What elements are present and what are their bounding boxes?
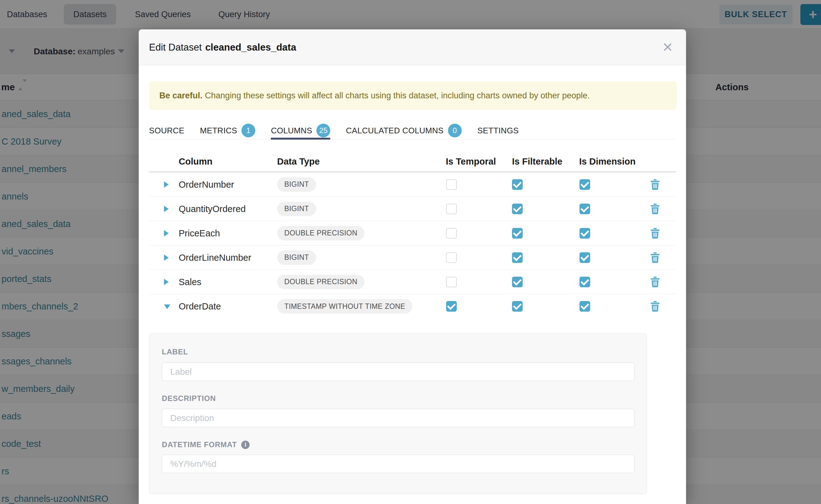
edit-dataset-modal: Edit Dataset cleaned_sales_data ✕ Be car… bbox=[139, 29, 686, 504]
is-dimension-checkbox[interactable] bbox=[580, 179, 590, 190]
column-name: PriceEach bbox=[179, 228, 220, 238]
tab-metrics[interactable]: METRICS 1 bbox=[200, 122, 255, 139]
warning-bold-text: Be careful. bbox=[159, 91, 202, 101]
warning-text: Changing these settings will affect all … bbox=[205, 91, 590, 101]
screen: Databases Datasets Saved Queries Query H… bbox=[0, 0, 821, 504]
modal-tabs: SOURCE METRICS 1 COLUMNS 25 CALCULATED C… bbox=[149, 122, 676, 140]
expand-caret-icon[interactable] bbox=[164, 181, 169, 188]
column-row: OrderNumber BIGINT bbox=[149, 172, 676, 197]
columns-header-is-dimension: Is Dimension bbox=[579, 156, 636, 167]
is-filterable-checkbox[interactable] bbox=[512, 252, 523, 263]
tab-count-badge: 0 bbox=[448, 124, 462, 137]
tab-label: METRICS bbox=[200, 126, 237, 136]
modal-title: Edit Dataset cleaned_sales_data bbox=[149, 29, 296, 65]
columns-table-body: OrderNumber BIGINT QuantityOrdered BIGIN… bbox=[149, 172, 676, 319]
tab-count-badge: 25 bbox=[316, 124, 330, 137]
columns-header-is-temporal: Is Temporal bbox=[446, 156, 496, 167]
label-heading: LABEL bbox=[162, 348, 188, 356]
tab-label: SETTINGS bbox=[477, 126, 519, 136]
tab-calculated-columns[interactable]: CALCULATED COLUMNS 0 bbox=[346, 122, 462, 139]
delete-column-icon[interactable] bbox=[650, 301, 660, 312]
tab-source[interactable]: SOURCE bbox=[149, 122, 184, 139]
expand-caret-icon[interactable] bbox=[164, 206, 169, 212]
expand-caret-icon[interactable] bbox=[164, 230, 169, 236]
data-type-pill: BIGINT bbox=[277, 202, 316, 216]
columns-header-is-filterable: Is Filterable bbox=[512, 156, 562, 167]
column-detail-panel: LABEL DESCRIPTION DATETIME FORMAT i bbox=[149, 333, 647, 494]
tab-label: COLUMNS bbox=[271, 126, 312, 136]
column-name: OrderNumber bbox=[179, 179, 234, 190]
datetime-format-input[interactable] bbox=[162, 455, 635, 473]
column-name: QuantityOrdered bbox=[179, 204, 245, 214]
delete-column-icon[interactable] bbox=[650, 228, 660, 239]
description-heading: DESCRIPTION bbox=[162, 394, 216, 403]
is-dimension-checkbox[interactable] bbox=[580, 204, 590, 214]
is-temporal-checkbox[interactable] bbox=[446, 228, 457, 239]
column-name: Sales bbox=[179, 277, 201, 287]
column-row: OrderDate TIMESTAMP WITHOUT TIME ZONE bbox=[149, 294, 676, 319]
tab-label: CALCULATED COLUMNS bbox=[346, 126, 444, 136]
data-type-pill: DOUBLE PRECISION bbox=[277, 226, 364, 240]
is-temporal-checkbox[interactable] bbox=[446, 277, 457, 287]
columns-header-data-type: Data Type bbox=[277, 156, 319, 167]
tab-label: SOURCE bbox=[149, 126, 184, 136]
modal-header: Edit Dataset cleaned_sales_data ✕ bbox=[139, 29, 686, 65]
column-row: QuantityOrdered BIGINT bbox=[149, 197, 676, 221]
expand-caret-icon[interactable] bbox=[164, 279, 169, 285]
is-dimension-checkbox[interactable] bbox=[580, 252, 590, 263]
expand-caret-icon[interactable] bbox=[164, 304, 170, 309]
data-type-pill: DOUBLE PRECISION bbox=[277, 275, 364, 289]
info-icon[interactable]: i bbox=[241, 441, 250, 449]
column-row: OrderLineNumber BIGINT bbox=[149, 245, 676, 270]
is-temporal-checkbox[interactable] bbox=[446, 301, 457, 312]
delete-column-icon[interactable] bbox=[650, 179, 660, 190]
is-filterable-checkbox[interactable] bbox=[512, 301, 523, 312]
delete-column-icon[interactable] bbox=[650, 204, 660, 214]
column-row: Sales DOUBLE PRECISION bbox=[149, 270, 676, 294]
close-icon[interactable]: ✕ bbox=[657, 29, 679, 65]
is-filterable-checkbox[interactable] bbox=[512, 179, 523, 190]
columns-header-column: Column bbox=[179, 156, 212, 167]
tab-count-badge: 1 bbox=[241, 124, 255, 137]
is-dimension-checkbox[interactable] bbox=[580, 228, 590, 239]
data-type-pill: BIGINT bbox=[277, 177, 316, 192]
label-input[interactable] bbox=[162, 363, 635, 381]
is-temporal-checkbox[interactable] bbox=[446, 179, 457, 190]
column-name: OrderDate bbox=[179, 301, 221, 312]
is-filterable-checkbox[interactable] bbox=[512, 277, 523, 287]
data-type-pill: TIMESTAMP WITHOUT TIME ZONE bbox=[277, 299, 413, 314]
tab-settings[interactable]: SETTINGS bbox=[477, 122, 519, 139]
warning-banner: Be careful. Changing these settings will… bbox=[149, 82, 676, 110]
is-temporal-checkbox[interactable] bbox=[446, 204, 457, 214]
is-temporal-checkbox[interactable] bbox=[446, 252, 457, 263]
modal-title-dataset-name: cleaned_sales_data bbox=[205, 42, 296, 53]
data-type-pill: BIGINT bbox=[277, 250, 316, 265]
delete-column-icon[interactable] bbox=[650, 277, 660, 287]
is-dimension-checkbox[interactable] bbox=[580, 301, 590, 312]
modal-title-prefix: Edit Dataset bbox=[149, 42, 202, 53]
delete-column-icon[interactable] bbox=[650, 252, 660, 263]
column-name: OrderLineNumber bbox=[179, 252, 251, 263]
is-filterable-checkbox[interactable] bbox=[512, 228, 523, 239]
datetime-format-heading: DATETIME FORMAT i bbox=[162, 440, 250, 449]
tab-columns[interactable]: COLUMNS 25 bbox=[271, 122, 330, 139]
description-input[interactable] bbox=[162, 409, 635, 427]
is-dimension-checkbox[interactable] bbox=[580, 277, 590, 287]
is-filterable-checkbox[interactable] bbox=[512, 204, 523, 214]
datetime-format-heading-text: DATETIME FORMAT bbox=[162, 440, 237, 449]
column-row: PriceEach DOUBLE PRECISION bbox=[149, 221, 676, 245]
expand-caret-icon[interactable] bbox=[164, 254, 169, 261]
